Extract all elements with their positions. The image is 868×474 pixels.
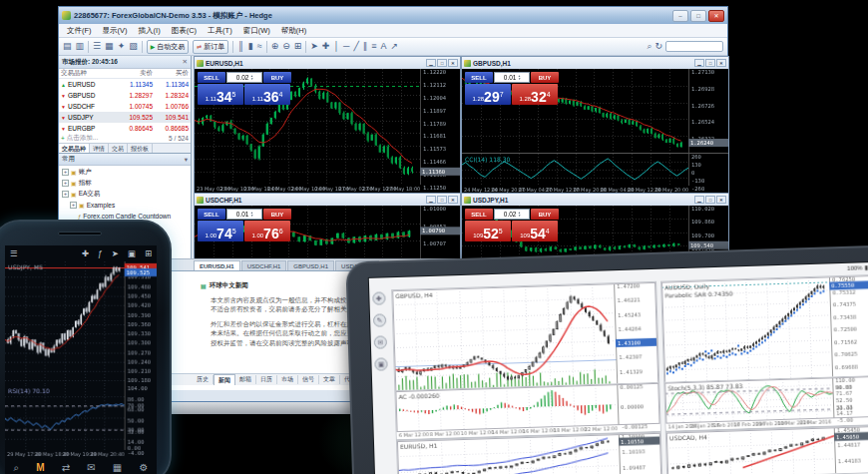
- tablet-usdcad-chart[interactable]: [665, 425, 868, 474]
- navigator-item-1[interactable]: +▣指标: [59, 178, 191, 189]
- calendar-icon[interactable]: ▦: [113, 463, 122, 473]
- data-window-icon[interactable]: ▦: [105, 42, 114, 51]
- volume-arrows-icon[interactable]: ▴▾: [250, 75, 252, 81]
- menu-item-1[interactable]: 显示(V): [103, 26, 128, 36]
- close-button[interactable]: ✕: [708, 10, 724, 22]
- tablet-audusd-chart[interactable]: [660, 274, 868, 383]
- mt-logo-icon[interactable]: M: [36, 463, 44, 473]
- minimize-icon[interactable]: ▁: [694, 196, 704, 204]
- menu-item-2[interactable]: 插入(I): [139, 26, 161, 36]
- buy-button[interactable]: BUY: [263, 72, 291, 83]
- navigator-header[interactable]: 常用 ▾: [59, 154, 191, 166]
- new-order-icon[interactable]: ⊞: [145, 249, 152, 258]
- tree-expander-icon[interactable]: +: [62, 191, 69, 198]
- toolbox-icon[interactable]: ▧: [129, 42, 138, 51]
- market-watch-header[interactable]: 市场报价: 20:45:16 ✕: [59, 56, 191, 69]
- vertical-line-icon[interactable]: │: [333, 42, 339, 51]
- fibonacci-icon[interactable]: ≡: [371, 42, 376, 51]
- menu-item-5[interactable]: 窗口(W): [243, 26, 270, 36]
- tablet-stochastic-indicator[interactable]: [663, 375, 868, 432]
- settings-icon[interactable]: ⚙: [139, 463, 148, 473]
- navigator-item-0[interactable]: +▣账户: [59, 167, 191, 178]
- chart-window-titlebar[interactable]: GBPUSD,H1▁□✕: [462, 57, 728, 69]
- maximize-button[interactable]: □: [690, 10, 706, 22]
- buy-button[interactable]: BUY: [263, 209, 291, 220]
- chart-tab-1[interactable]: USDCHF,H1: [241, 260, 287, 270]
- zoom-in-icon[interactable]: ⊕: [271, 42, 279, 51]
- close-icon[interactable]: ✕: [448, 59, 458, 67]
- phone-usdjpy-chart[interactable]: [5, 261, 157, 385]
- menu-item-0[interactable]: 文件(F): [67, 26, 92, 36]
- market-watch-icon[interactable]: ☰: [93, 42, 101, 51]
- buy-price-box[interactable]: 109544: [512, 221, 558, 241]
- navigator-item-2[interactable]: +▣EA交易: [59, 189, 191, 200]
- chart-line-icon[interactable]: ≈: [257, 42, 262, 51]
- chat-icon[interactable]: ✉: [87, 463, 95, 473]
- chart-window-titlebar[interactable]: EURUSD,H1▁□✕: [195, 57, 460, 69]
- buy-price-box[interactable]: 1.28324: [512, 84, 558, 105]
- add-symbol-row[interactable]: + 点击添加... 5 / 524: [59, 134, 191, 143]
- sell-price-box[interactable]: 1.11345: [198, 84, 243, 105]
- sell-price-box[interactable]: 1.00745: [198, 221, 243, 241]
- minimize-icon[interactable]: ▁: [426, 196, 436, 204]
- tablet-gbpusd-chart[interactable]: [391, 281, 659, 391]
- windows-icon[interactable]: ▣: [374, 357, 387, 370]
- chart-window-titlebar[interactable]: USDJPY,H1▁□✕: [462, 194, 728, 206]
- market-watch-row-gbpusd[interactable]: ▼GBPUSD1.282971.28324: [59, 90, 191, 101]
- news-headline[interactable]: ▤ 环球中文新闻: [201, 281, 248, 290]
- tree-expander-icon[interactable]: +: [62, 169, 69, 176]
- indicators-icon[interactable]: ƒ: [98, 249, 103, 258]
- autotrading-button[interactable]: ▶自动交易: [147, 40, 190, 54]
- toolbox-tab-1[interactable]: 新闻: [214, 374, 235, 385]
- close-icon[interactable]: ✕: [716, 196, 726, 204]
- arrow-icon[interactable]: ↗: [391, 42, 399, 51]
- trendline-icon[interactable]: ╱: [353, 42, 358, 51]
- buy-button[interactable]: BUY: [531, 209, 559, 220]
- tree-expander-icon[interactable]: +: [70, 202, 77, 209]
- windows-icon[interactable]: ▣: [128, 249, 136, 258]
- chart-bars-icon[interactable]: ║: [237, 42, 243, 51]
- navigator-icon[interactable]: ✦: [118, 42, 126, 51]
- chat-icon[interactable]: ✉: [374, 335, 387, 348]
- objects-icon[interactable]: ➤: [112, 249, 119, 258]
- restore-icon[interactable]: □: [705, 196, 715, 204]
- restore-icon[interactable]: □: [437, 59, 447, 67]
- new-chart-icon[interactable]: ▤: [63, 42, 72, 51]
- menu-item-3[interactable]: 图表(C): [172, 26, 197, 36]
- tablet-eurusd-chart[interactable]: [396, 432, 662, 474]
- minimize-icon[interactable]: ▁: [694, 59, 704, 67]
- toolbox-tab-3[interactable]: 日历: [256, 375, 277, 384]
- volume-arrows-icon[interactable]: ▴▾: [250, 212, 252, 218]
- volume-arrows-icon[interactable]: ▴▾: [518, 75, 520, 81]
- market-watch-row-usdjpy[interactable]: ▼USDJPY109.525109.541: [59, 112, 191, 123]
- toolbox-tab-4[interactable]: 市场: [277, 375, 298, 384]
- toolbox-tab-0[interactable]: 历史: [193, 375, 214, 384]
- search-input[interactable]: [665, 41, 723, 52]
- volume-arrows-icon[interactable]: ▴▾: [518, 212, 520, 218]
- buy-button[interactable]: BUY: [531, 72, 559, 83]
- zoom-out-icon[interactable]: ⊖: [282, 42, 290, 51]
- draw-icon[interactable]: ✎: [373, 313, 386, 326]
- close-icon[interactable]: ✕: [183, 58, 188, 66]
- text-icon[interactable]: A: [381, 42, 387, 51]
- chevron-down-icon[interactable]: ▾: [185, 156, 188, 164]
- volume-stepper[interactable]: 0.01▴▾: [494, 72, 530, 83]
- market-watch-row-usdchf[interactable]: ▼USDCHF1.007451.00766: [59, 101, 191, 112]
- chart-tab-0[interactable]: EURUSD,H1: [194, 260, 240, 270]
- toolbox-tab-2[interactable]: 邮箱: [235, 375, 256, 384]
- volume-stepper[interactable]: 0.02▴▾: [226, 72, 262, 83]
- sell-button[interactable]: SELL: [465, 209, 493, 220]
- phone-rsi-chart[interactable]: [5, 385, 157, 458]
- trade-icon[interactable]: ⇄: [62, 463, 70, 473]
- channel-icon[interactable]: ∥: [363, 42, 368, 51]
- menu-item-6[interactable]: 帮助(H): [281, 26, 306, 36]
- restore-icon[interactable]: □: [437, 196, 447, 204]
- search-icon[interactable]: ⌕: [647, 42, 651, 51]
- sell-button[interactable]: SELL: [465, 72, 493, 83]
- toolbox-tab-6[interactable]: 文章: [319, 375, 340, 384]
- window-titlebar[interactable]: 22865677: ForexGlobalCN-Demo 3.53 - 模拟账户…: [59, 7, 727, 24]
- sell-button[interactable]: SELL: [198, 72, 225, 83]
- chart-tab-2[interactable]: GBPUSD,H1: [287, 260, 334, 270]
- cursor-icon[interactable]: ➤: [310, 42, 318, 51]
- crosshair-icon[interactable]: ✚: [372, 291, 385, 304]
